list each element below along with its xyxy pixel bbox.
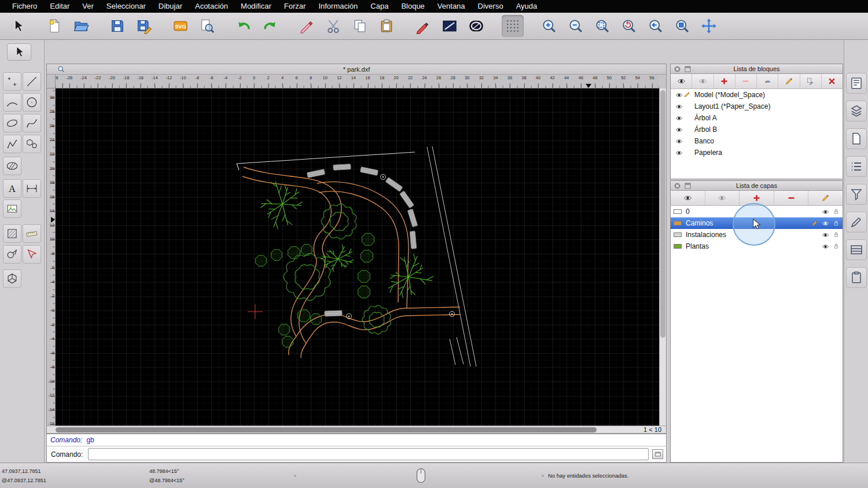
menu-item-modificar[interactable]: Modificar: [234, 0, 278, 13]
layer-lock-icon[interactable]: [833, 231, 840, 238]
circle-tool-button[interactable]: [23, 93, 41, 112]
image-tool-button[interactable]: [3, 199, 21, 218]
delete-entity-button[interactable]: [296, 15, 318, 37]
dock-view-list-button[interactable]: [846, 156, 867, 177]
ellipse-tool-button[interactable]: [3, 114, 21, 132]
dock-property-editor-button[interactable]: [846, 73, 867, 94]
ellipse-attributes-button[interactable]: [465, 15, 487, 37]
drawing-canvas[interactable]: [56, 88, 659, 426]
layer-visibility-eye-icon[interactable]: [822, 220, 829, 227]
road-lines[interactable]: [427, 146, 476, 367]
save-button[interactable]: [106, 15, 128, 37]
text-tool-button[interactable]: A: [3, 179, 21, 198]
layer-lock-icon[interactable]: [833, 243, 840, 250]
vertical-scrollbar[interactable]: [659, 88, 666, 426]
redo-button[interactable]: [259, 15, 281, 37]
command-input[interactable]: [88, 448, 649, 460]
horizontal-scrollbar[interactable]: 1 < 10: [47, 426, 666, 433]
block-visibility-eye-icon[interactable]: [674, 149, 683, 157]
polyline-tool-button[interactable]: [3, 135, 21, 153]
layer-visibility-eye-icon[interactable]: [822, 231, 829, 239]
save-as-button[interactable]: [133, 15, 155, 37]
block-visibility-eye-icon[interactable]: [674, 114, 683, 122]
polygon-tool-button[interactable]: [23, 135, 41, 153]
menu-item-editar[interactable]: Editar: [43, 0, 76, 13]
shape-tool-button[interactable]: [3, 245, 21, 264]
spline-tool-button[interactable]: [23, 114, 41, 132]
zoom-previous-button[interactable]: [645, 15, 667, 37]
rename-block-button[interactable]: alb: [757, 74, 778, 88]
arc-tool-button[interactable]: [3, 93, 21, 112]
menu-item-ventana[interactable]: Ventana: [431, 0, 472, 13]
open-file-button[interactable]: [70, 15, 92, 37]
remove-block-button[interactable]: [735, 74, 757, 88]
dock-command-line-button[interactable]: [846, 239, 867, 260]
pan-button[interactable]: [698, 15, 720, 37]
menu-item-ver[interactable]: Ver: [76, 0, 100, 13]
draw-pen-button[interactable]: [412, 15, 434, 37]
block-list-item[interactable]: Papelera: [671, 147, 843, 158]
dock-library-browser-button[interactable]: [846, 212, 867, 232]
show-all-blocks-button[interactable]: [671, 74, 692, 88]
paste-button[interactable]: [376, 15, 398, 37]
menu-item-forzar[interactable]: Forzar: [278, 0, 312, 13]
menu-item-informacion[interactable]: Información: [312, 0, 364, 13]
print-preview-button[interactable]: [196, 15, 218, 37]
horizontal-scrollbar-thumb[interactable]: [56, 427, 597, 432]
menu-item-ayuda[interactable]: Ayuda: [510, 0, 544, 13]
line-attributes-button[interactable]: [439, 15, 461, 37]
svg-export-button[interactable]: SVG: [170, 15, 192, 37]
menu-item-fichero[interactable]: Fichero: [6, 0, 43, 13]
line-tool-button[interactable]: [23, 72, 41, 91]
park-boundary[interactable]: [237, 152, 415, 170]
show-all-layers-button[interactable]: [671, 191, 705, 205]
layer-visibility-eye-icon[interactable]: [822, 243, 829, 250]
dimension-tool-button[interactable]: [23, 179, 41, 198]
remove-layer-button[interactable]: [774, 191, 809, 205]
dock-block-list-button[interactable]: [846, 128, 867, 149]
vertical-scrollbar-thumb[interactable]: [660, 90, 665, 338]
points-tool-button[interactable]: [3, 72, 21, 91]
selection-arrow-button[interactable]: [7, 43, 31, 61]
layer-lock-icon[interactable]: [833, 208, 840, 215]
cut-button[interactable]: [322, 15, 344, 37]
snap-tool-button[interactable]: [23, 245, 41, 264]
menu-item-acotacion[interactable]: Acotación: [189, 0, 234, 13]
command-expand-button[interactable]: [652, 449, 663, 459]
dock-selection-filter-button[interactable]: [846, 184, 867, 205]
edit-block-button[interactable]: [778, 74, 800, 88]
layer-panel-detach-icon[interactable]: [684, 182, 691, 189]
menu-item-diverso[interactable]: Diverso: [472, 0, 510, 13]
layer-panel-titlebar[interactable]: Lista de capas: [671, 181, 843, 191]
menu-item-bloque[interactable]: Bloque: [395, 0, 431, 13]
bushes[interactable]: [255, 233, 374, 347]
menu-item-seleccionar[interactable]: Seleccionar: [100, 0, 152, 13]
block-list-item[interactable]: Banco: [671, 135, 843, 147]
block-panel-titlebar[interactable]: Lista de bloques: [671, 64, 843, 74]
hide-all-layers-button[interactable]: [705, 191, 740, 205]
measure-tool-button[interactable]: [23, 224, 41, 243]
fill-tool-button[interactable]: [3, 224, 21, 243]
dock-clipboard-button[interactable]: [846, 267, 867, 288]
isometric-tool-button[interactable]: [3, 269, 21, 288]
undo-button[interactable]: [233, 15, 255, 37]
zoom-window-button[interactable]: [671, 15, 693, 37]
layer-panel-close-icon[interactable]: [674, 182, 681, 189]
grid-toggle-button[interactable]: [502, 15, 524, 37]
menu-item-dibujar[interactable]: Dibujar: [152, 0, 189, 13]
dock-layer-list-button[interactable]: [846, 101, 867, 121]
zoom-auto-button[interactable]: [591, 15, 613, 37]
block-panel-close-icon[interactable]: [674, 65, 681, 72]
zoom-out-button[interactable]: [565, 15, 587, 37]
zoom-refresh-button[interactable]: [618, 15, 640, 37]
copy-button[interactable]: [349, 15, 371, 37]
block-visibility-eye-icon[interactable]: [674, 103, 683, 110]
menu-item-capa[interactable]: Capa: [364, 0, 395, 13]
layer-lock-icon[interactable]: [833, 220, 840, 227]
add-block-button[interactable]: [714, 74, 735, 88]
delete-block-button[interactable]: [822, 74, 843, 88]
layer-visibility-eye-icon[interactable]: [822, 208, 829, 216]
hide-all-blocks-button[interactable]: [692, 74, 713, 88]
document-tab-strip[interactable]: * park.dxf: [47, 64, 666, 75]
block-list-item[interactable]: Árbol B: [671, 124, 843, 135]
